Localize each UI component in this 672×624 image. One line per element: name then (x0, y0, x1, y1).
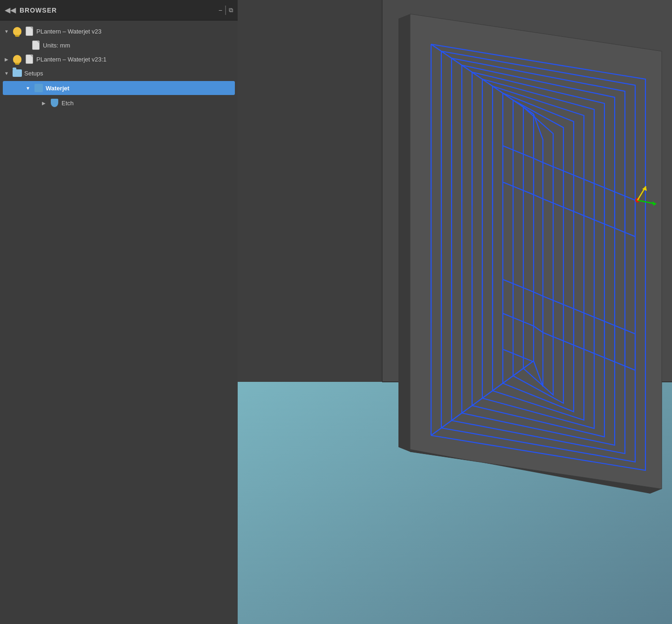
resize-icon[interactable]: ⧉ (229, 7, 233, 14)
tree-root-item[interactable]: PLantern – Waterjet v23 (0, 24, 238, 38)
browser-tree: PLantern – Waterjet v23 Units: mm P (0, 20, 238, 624)
nav-back-icon[interactable]: ◀◀ (5, 6, 16, 14)
waterjet-label: Waterjet (46, 85, 69, 92)
doc-icon-units (31, 40, 41, 50)
expand-arrow-setups[interactable] (3, 69, 10, 77)
app-container: ◀◀ BROWSER − ⧉ PLantern – Waterjet v23 (0, 0, 672, 624)
expand-arrow-waterjet[interactable] (24, 84, 32, 92)
etch-label: Etch (62, 100, 74, 107)
root-label: PLantern – Waterjet v23 (36, 28, 102, 35)
expand-arrow-instance[interactable] (3, 55, 10, 63)
waterjet-item[interactable]: Waterjet (3, 81, 235, 95)
browser-panel: ◀◀ BROWSER − ⧉ PLantern – Waterjet v23 (0, 0, 238, 624)
3d-viewport[interactable] (238, 0, 672, 624)
doc-icon-root (24, 26, 34, 36)
setups-item[interactable]: Setups (0, 66, 238, 80)
browser-title: BROWSER (20, 7, 215, 14)
instance-label: PLantern – Waterjet v23:1 (36, 56, 107, 63)
lightbulb-icon (12, 26, 22, 36)
etch-icon (49, 98, 60, 108)
units-label: Units: mm (43, 42, 70, 49)
svg-marker-7 (410, 14, 662, 489)
units-item[interactable]: Units: mm (0, 38, 238, 52)
instance-item[interactable]: PLantern – Waterjet v23:1 (0, 52, 238, 66)
svg-marker-3 (238, 0, 382, 382)
waterjet-icon (34, 83, 44, 93)
viewport-svg (238, 0, 672, 624)
browser-header: ◀◀ BROWSER − ⧉ (0, 0, 238, 20)
minimize-button[interactable]: − (219, 7, 222, 14)
expand-arrow-etch[interactable] (40, 99, 48, 107)
etch-item[interactable]: Etch (0, 96, 238, 110)
lightbulb-icon-instance (12, 54, 22, 64)
setups-label: Setups (24, 70, 43, 77)
divider (225, 6, 226, 15)
expand-arrow-root[interactable] (3, 27, 10, 35)
doc-icon-instance (24, 54, 34, 64)
svg-marker-8 (398, 14, 410, 452)
folder-setup-icon (12, 68, 22, 78)
browser-controls: − ⧉ (219, 6, 233, 15)
